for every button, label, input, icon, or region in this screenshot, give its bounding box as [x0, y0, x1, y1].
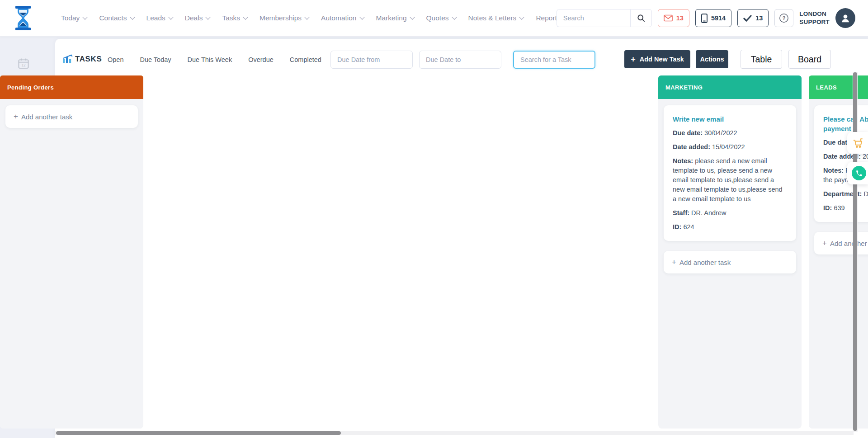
main-menu: Today Contacts Leads Deals Tasks Members…	[61, 0, 594, 36]
calls-badge[interactable]: 5914	[695, 9, 731, 27]
add-another-task-button[interactable]: +Add another task	[814, 232, 868, 254]
nav-label: Memberships	[259, 14, 302, 22]
help-button[interactable]: ?	[774, 9, 793, 27]
add-another-task-button[interactable]: +Add another task	[5, 105, 138, 128]
field-label: ID:	[823, 204, 832, 212]
envelope-icon	[664, 14, 673, 22]
chevron-down-icon	[410, 14, 415, 19]
column-marketing: MARKETING Write new email Due date: 30/0…	[658, 75, 802, 429]
chevron-down-icon	[304, 14, 309, 19]
task-search-input[interactable]	[513, 51, 595, 69]
email-notifications-badge[interactable]: 13	[658, 9, 689, 27]
sidebar-calendar-icon[interactable]: 12	[17, 57, 30, 70]
plus-icon: +	[672, 258, 676, 267]
column-body: +Add another task	[0, 99, 143, 133]
nav-label: Today	[61, 14, 80, 22]
table-view-label: Table	[751, 54, 772, 65]
nav-item-marketing[interactable]: Marketing	[376, 14, 414, 22]
task-field: ID: 624	[673, 222, 787, 232]
tasks-chart-icon	[62, 54, 73, 63]
due-date-to-input[interactable]	[419, 51, 501, 69]
field-value: 624	[683, 223, 694, 231]
person-icon	[840, 12, 851, 24]
field-value: 30/04/2022	[704, 129, 737, 137]
floating-cart-button[interactable]	[847, 132, 868, 154]
nav-label: Contacts	[99, 14, 127, 22]
add-task-label: Add another task	[830, 240, 868, 247]
column-body: Write new email Due date: 30/04/2022 Dat…	[658, 99, 802, 279]
field-value: 20/06/2022	[863, 153, 868, 160]
task-card[interactable]: Write new email Due date: 30/04/2022 Dat…	[664, 105, 796, 241]
add-another-task-button[interactable]: +Add another task	[664, 251, 796, 273]
topbar-right-cluster: 13 5914 13 ? LONDON SUPPORT	[557, 0, 855, 36]
field-label: Staff:	[673, 209, 689, 217]
global-search-input[interactable]	[557, 9, 630, 27]
column-header[interactable]: Pending Orders	[0, 75, 143, 99]
nav-item-notes-letters[interactable]: Notes & Letters	[468, 14, 524, 22]
horizontal-scrollbar-thumb[interactable]	[56, 431, 341, 435]
app-root: Today Contacts Leads Deals Tasks Members…	[0, 0, 868, 438]
field-label: Due date:	[673, 129, 703, 137]
task-field: Date added: 15/04/2022	[673, 142, 787, 152]
actions-button[interactable]: Actions	[696, 50, 728, 68]
nav-item-automation[interactable]: Automation	[321, 14, 363, 22]
add-new-task-button[interactable]: + Add New Task	[624, 50, 690, 68]
filter-completed[interactable]: Completed	[290, 56, 321, 63]
account-name-line1: LONDON	[799, 10, 830, 18]
checkmark-icon	[743, 15, 752, 22]
chevron-down-icon	[130, 14, 135, 19]
top-navigation-bar: Today Contacts Leads Deals Tasks Members…	[0, 0, 868, 36]
nav-item-today[interactable]: Today	[61, 14, 87, 22]
board-view-button[interactable]: Board	[788, 50, 831, 69]
nav-label: Notes & Letters	[468, 14, 517, 22]
whatsapp-icon	[852, 166, 866, 180]
field-value: 639	[834, 204, 844, 212]
actions-label: Actions	[700, 56, 724, 63]
nav-item-quotes[interactable]: Quotes	[426, 14, 456, 22]
task-field: ID: 639	[823, 203, 868, 213]
nav-item-leads[interactable]: Leads	[146, 14, 173, 22]
filter-overdue[interactable]: Overdue	[248, 56, 274, 63]
nav-label: Marketing	[376, 14, 407, 22]
chevron-down-icon	[359, 14, 364, 19]
svg-text:?: ?	[783, 15, 786, 21]
field-label: ID:	[673, 223, 681, 231]
field-value: Doctor	[863, 190, 868, 198]
chevron-down-icon	[83, 14, 88, 19]
field-label: Date added:	[673, 143, 710, 151]
task-field: Notes: please send a new email template …	[673, 156, 787, 204]
due-date-from-input[interactable]	[330, 51, 413, 69]
user-avatar[interactable]	[835, 8, 855, 28]
floating-whatsapp-button[interactable]	[847, 162, 868, 184]
board-view-label: Board	[798, 54, 821, 65]
filter-due-this-week[interactable]: Due This Week	[188, 56, 232, 63]
table-view-button[interactable]: Table	[741, 50, 782, 69]
nav-item-deals[interactable]: Deals	[185, 14, 210, 22]
add-new-task-label: Add New Task	[640, 56, 684, 63]
plus-icon: +	[14, 112, 18, 121]
field-label: Notes:	[673, 157, 693, 165]
filter-due-today[interactable]: Due Today	[140, 56, 171, 63]
account-name-line2: SUPPORT	[799, 18, 830, 26]
task-title-link[interactable]: Please call Abigail and process the paym…	[823, 114, 868, 133]
completed-tasks-badge[interactable]: 13	[737, 9, 769, 27]
vertical-scrollbar-thumb[interactable]	[853, 72, 857, 431]
nav-label: Leads	[146, 14, 165, 22]
hourglass-logo-icon[interactable]	[14, 6, 33, 30]
column-header[interactable]: LEADS	[809, 75, 868, 99]
global-search	[557, 9, 652, 27]
page-title: TASKS	[75, 55, 102, 64]
account-name: LONDON SUPPORT	[799, 10, 830, 26]
nav-item-memberships[interactable]: Memberships	[259, 14, 309, 22]
search-button[interactable]	[630, 9, 652, 27]
column-header[interactable]: MARKETING	[658, 75, 802, 99]
chevron-down-icon	[206, 14, 211, 19]
filter-open[interactable]: Open	[108, 56, 123, 63]
shopping-cart-icon	[852, 137, 864, 149]
task-title-link[interactable]: Write new email	[673, 114, 787, 124]
nav-item-tasks[interactable]: Tasks	[222, 14, 247, 22]
column-leads: LEADS Please call Abigail and process th…	[809, 75, 868, 429]
nav-item-contacts[interactable]: Contacts	[99, 14, 134, 22]
chevron-down-icon	[519, 14, 524, 19]
nav-label: Quotes	[426, 14, 449, 22]
